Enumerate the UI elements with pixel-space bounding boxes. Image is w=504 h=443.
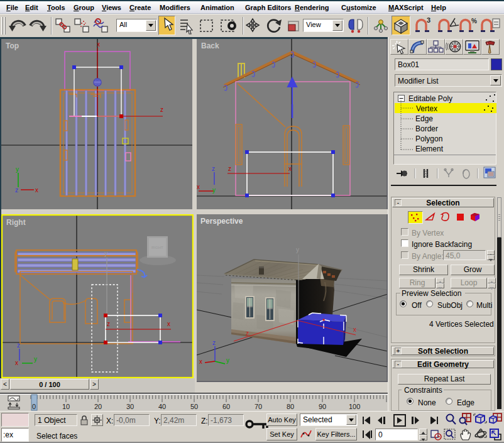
svg-text:80: 80: [287, 403, 294, 410]
svg-text:100: 100: [349, 403, 360, 410]
svg-text:3: 3: [427, 17, 430, 24]
svg-text:y: y: [16, 166, 19, 173]
svg-text:x: x: [199, 358, 202, 365]
svg-text:z: z: [212, 339, 216, 346]
svg-text:40: 40: [158, 403, 166, 410]
svg-text:z: z: [160, 106, 163, 113]
svg-text:z: z: [212, 165, 215, 172]
svg-text:y: y: [212, 187, 216, 194]
svg-text:z: z: [107, 320, 110, 327]
svg-text:90: 90: [319, 403, 326, 410]
svg-text:0: 0: [32, 403, 36, 410]
svg-text:y: y: [104, 250, 107, 257]
svg-text:y: y: [34, 356, 37, 363]
svg-text:Perspective: Perspective: [200, 217, 243, 226]
svg-text:x: x: [197, 183, 200, 190]
svg-text:y: y: [296, 246, 299, 253]
svg-text:x: x: [15, 359, 18, 366]
svg-text:20: 20: [94, 403, 102, 410]
svg-text:z: z: [246, 330, 249, 337]
svg-text:10: 10: [62, 403, 70, 410]
svg-text:x: x: [35, 187, 38, 194]
svg-text:30: 30: [126, 403, 134, 410]
svg-text:x: x: [167, 320, 170, 327]
svg-text:z: z: [228, 165, 231, 172]
svg-text:Back: Back: [201, 41, 219, 50]
svg-text:x: x: [97, 41, 100, 48]
svg-text:Right: Right: [6, 218, 26, 227]
svg-text:%: %: [471, 18, 477, 25]
svg-text:z: z: [17, 342, 20, 349]
svg-text:z: z: [15, 187, 18, 194]
svg-text:y: y: [226, 357, 229, 364]
svg-text:RIGHT: RIGHT: [151, 246, 163, 249]
svg-text:50: 50: [190, 403, 198, 410]
svg-text:x: x: [353, 326, 356, 333]
svg-text:Top: Top: [6, 41, 19, 50]
svg-text:70: 70: [255, 403, 262, 410]
svg-text:60: 60: [222, 403, 230, 410]
svg-text:x: x: [288, 165, 292, 172]
